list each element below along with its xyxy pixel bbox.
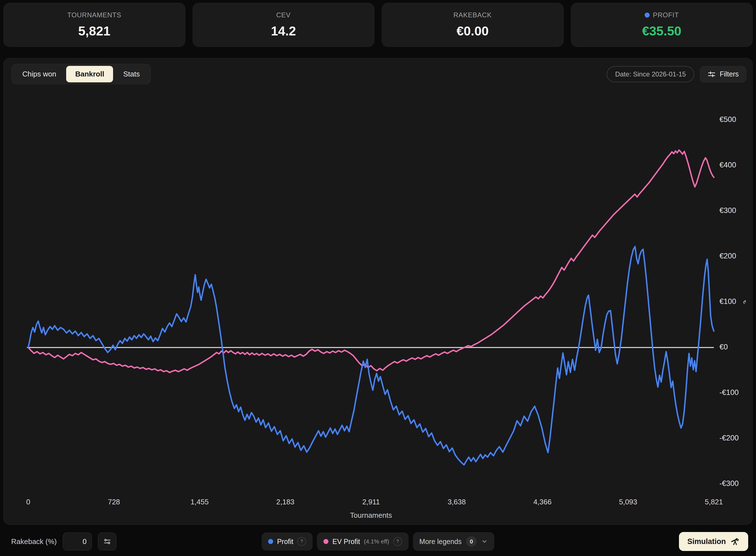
stat-label: RAKEBACK <box>453 11 492 19</box>
x-axis-tick: 4,366 <box>534 498 552 506</box>
legend-group: Profit ? EV Profit (4.1% eff) ? More leg… <box>262 532 494 551</box>
filters-label: Filters <box>720 70 739 78</box>
simulation-label: Simulation <box>687 537 726 546</box>
legend-efficiency: (4.1% eff) <box>364 538 389 545</box>
stat-value: 14.2 <box>271 24 296 38</box>
more-legends-button[interactable]: More legends 0 <box>413 532 494 551</box>
stat-value: €35.50 <box>642 24 682 38</box>
legend-count-badge: 0 <box>466 536 477 547</box>
legend-profit[interactable]: Profit ? <box>262 532 312 550</box>
stat-card-tournaments: TOURNAMENTS 5,821 <box>3 3 185 47</box>
chevron-down-icon <box>481 538 488 545</box>
tab-bar: Chips won Bankroll Stats <box>11 64 151 84</box>
panel-header: Chips won Bankroll Stats Date: Since 202… <box>11 64 746 84</box>
profit-dot-icon <box>645 12 650 18</box>
y-axis-tick: €400 <box>719 161 736 169</box>
more-legends-label: More legends <box>419 537 461 546</box>
y-axis-tick: €100 <box>719 297 736 306</box>
x-axis-tick: 5,821 <box>705 498 723 506</box>
y-axis-tick: €500 <box>719 115 736 124</box>
rakeback-input[interactable] <box>63 532 92 550</box>
stat-label-text: PROFIT <box>653 11 679 19</box>
stat-value: €0.00 <box>456 24 488 38</box>
y-axis-title: € <box>742 300 746 304</box>
y-axis-tick: €0 <box>719 343 728 351</box>
y-axis-tick: -€100 <box>719 388 739 396</box>
tune-icon <box>103 537 111 546</box>
y-axis-tick: €200 <box>719 252 736 260</box>
profit-line <box>28 246 714 465</box>
x-axis-tick: 728 <box>108 498 120 506</box>
x-axis-tick: 3,638 <box>448 498 466 506</box>
y-axis-tick: -€200 <box>719 434 739 442</box>
chart-area[interactable]: €500€400€300€200€100€0-€100-€200-€300€07… <box>11 92 746 522</box>
ev-profit-dot-icon <box>323 539 329 544</box>
x-axis-tick: 0 <box>26 498 30 506</box>
sliders-icon <box>708 70 716 78</box>
legend-ev-profit[interactable]: EV Profit (4.1% eff) ? <box>317 532 408 550</box>
stat-card-cev: CEV 14.2 <box>193 3 375 47</box>
profit-dot-icon <box>268 539 273 544</box>
filters-button[interactable]: Filters <box>700 66 746 82</box>
x-axis-tick: 2,911 <box>363 498 380 506</box>
tab-chips-won[interactable]: Chips won <box>13 66 65 82</box>
stat-label: TOURNAMENTS <box>67 11 122 19</box>
legend-label: EV Profit <box>333 537 360 546</box>
x-axis-tick: 1,455 <box>191 498 209 506</box>
rakeback-group: Rakeback (%) <box>11 532 116 550</box>
x-axis-title: Tournaments <box>350 511 392 519</box>
y-axis-tick: -€300 <box>719 479 739 488</box>
rakeback-label: Rakeback (%) <box>11 537 57 546</box>
stat-card-rakeback: RAKEBACK €0.00 <box>382 3 564 47</box>
stat-value: 5,821 <box>78 24 110 38</box>
date-filter-pill[interactable]: Date: Since 2026-01-15 <box>607 66 694 82</box>
rakeback-settings-button[interactable] <box>98 532 116 550</box>
chart-panel: Chips won Bankroll Stats Date: Since 202… <box>3 58 753 525</box>
tab-stats[interactable]: Stats <box>114 66 148 82</box>
x-axis-tick: 5,093 <box>619 498 637 506</box>
legend-label: Profit <box>277 537 293 546</box>
tab-bankroll[interactable]: Bankroll <box>66 66 113 82</box>
stat-label: PROFIT <box>645 11 679 19</box>
simulation-button[interactable]: Simulation <box>679 532 748 551</box>
profit-chart[interactable]: €500€400€300€200€100€0-€100-€200-€300€07… <box>11 92 746 522</box>
stat-label: CEV <box>276 11 290 19</box>
footer-bar: Rakeback (%) Profit ? EV Profit (4.1% ef… <box>3 527 753 556</box>
y-axis-tick: €300 <box>719 206 736 215</box>
header-right: Date: Since 2026-01-15 Filters <box>607 66 746 82</box>
telescope-icon <box>730 537 740 546</box>
help-icon[interactable]: ? <box>393 537 402 546</box>
stat-card-profit: PROFIT €35.50 <box>571 3 753 47</box>
help-icon[interactable]: ? <box>297 537 306 546</box>
stats-row: TOURNAMENTS 5,821 CEV 14.2 RAKEBACK €0.0… <box>3 3 753 47</box>
x-axis-tick: 2,183 <box>276 498 295 506</box>
